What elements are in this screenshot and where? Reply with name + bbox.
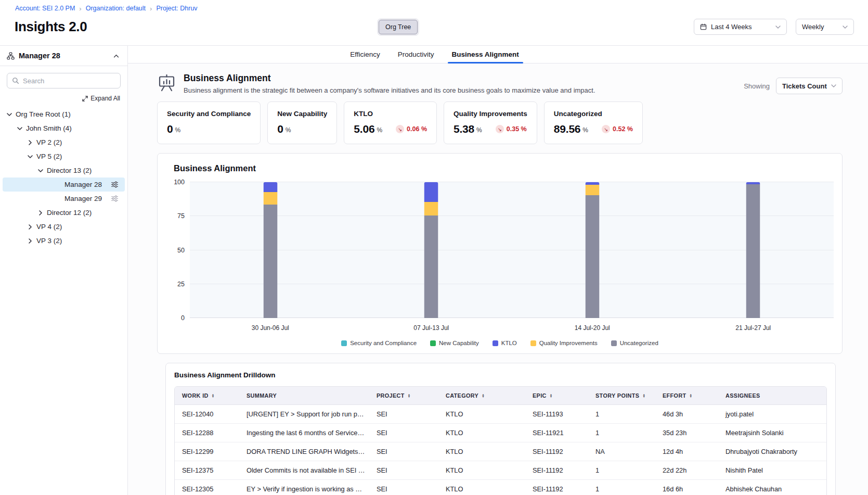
column-header-effort[interactable]: EFFORT▲▼	[655, 387, 718, 405]
org-tree-sidebar: Manager 28 Expand All Org Tree Root (1)J…	[0, 46, 128, 495]
chevron-down-icon[interactable]	[17, 126, 22, 131]
chevron-right-icon[interactable]	[28, 238, 33, 244]
expand-all-button[interactable]: Expand All	[0, 95, 120, 102]
sort-icon[interactable]: ▲▼	[212, 394, 215, 398]
column-label: ASSIGNEES	[726, 392, 760, 399]
legend-item-ktlo[interactable]: KTLO	[493, 340, 517, 346]
cell-epic: SEI-11192	[525, 480, 588, 495]
legend-item-quality-improvements[interactable]: Quality Improvements	[530, 340, 598, 346]
bar-segment-quality-improvements[interactable]	[585, 185, 599, 195]
table-row: SEI-12299DORA TREND LINE GRAPH Widgets i…	[175, 442, 826, 461]
tree-item-manager-28[interactable]: Manager 28	[3, 177, 125, 192]
bar-slot	[673, 182, 834, 318]
cell-epic: SEI-11193	[525, 405, 588, 424]
cell-effort: 16d 6h	[655, 480, 718, 495]
delta-value: 0.35 %	[507, 125, 527, 133]
stat-card-unit: %	[582, 126, 588, 134]
table-row: SEI-12288Ingesting the last 6 months of …	[175, 424, 826, 442]
bar-30-jun-06-jul[interactable]	[263, 182, 277, 318]
column-header-inner: STORY POINTS▲▼	[595, 392, 651, 399]
date-range-value: Last 4 Weeks	[711, 23, 771, 31]
stat-card-value: 89.56	[554, 123, 581, 135]
bar-21-jul-27-jul[interactable]	[746, 182, 760, 318]
chart-x-axis: 30 Jun-06 Jul07 Jul-13 Jul14 Jul-20 Jul2…	[190, 324, 834, 332]
sort-desc-arrow: ▼	[550, 396, 553, 398]
column-header-epic[interactable]: EPIC▲▼	[525, 387, 588, 405]
tree-item-director-12-2[interactable]: Director 12 (2)	[3, 206, 125, 220]
date-range-select[interactable]: Last 4 Weeks	[694, 19, 787, 35]
breadcrumb-item-account[interactable]: Account: SEI 2.0 PM	[15, 5, 75, 12]
chevron-down-icon[interactable]	[28, 154, 33, 159]
chevron-down-icon[interactable]	[7, 112, 12, 117]
bar-segment-uncategorized[interactable]	[746, 184, 760, 318]
tree-item-vp-2-2[interactable]: VP 2 (2)	[3, 135, 125, 149]
tree-item-director-13-2[interactable]: Director 13 (2)	[3, 163, 125, 177]
granularity-select[interactable]: Weekly	[796, 19, 854, 35]
tree-item-label: VP 3 (2)	[36, 237, 62, 245]
column-label: EPIC	[533, 392, 547, 399]
sort-icon[interactable]: ▲▼	[642, 394, 645, 398]
sidebar-collapse-button[interactable]	[112, 53, 120, 59]
cell-effort: 46d 3h	[655, 405, 718, 424]
filter-sliders-icon[interactable]	[111, 181, 119, 188]
stat-card-title: Uncategorized	[554, 110, 633, 118]
search-input[interactable]	[23, 77, 115, 85]
column-header-project[interactable]: PROJECT▲▼	[369, 387, 438, 405]
tree-item-vp-5-2[interactable]: VP 5 (2)	[3, 149, 125, 163]
chevron-down-icon[interactable]	[38, 168, 43, 173]
sort-desc-arrow: ▼	[408, 396, 411, 398]
column-header-story-points[interactable]: STORY POINTS▲▼	[588, 387, 655, 405]
bar-segment-quality-improvements[interactable]	[424, 202, 438, 215]
showing-select[interactable]: Tickets Count	[776, 78, 843, 94]
tab-productivity[interactable]: Productivity	[398, 46, 434, 63]
filter-sliders-icon[interactable]	[111, 195, 119, 202]
cell-category: KTLO	[438, 461, 525, 480]
bar-14-jul-20-jul[interactable]	[585, 182, 599, 318]
chevron-right-icon[interactable]	[28, 140, 33, 145]
column-header-category[interactable]: CATEGORY▲▼	[438, 387, 525, 405]
x-tick-label: 14 Jul-20 Jul	[512, 324, 673, 332]
cell-work-id: SEI-12305	[175, 480, 239, 495]
cell-epic: SEI-11921	[525, 424, 588, 442]
bar-segment-quality-improvements[interactable]	[263, 192, 277, 205]
sort-icon[interactable]: ▲▼	[690, 394, 693, 398]
table-header-row: WORK ID▲▼SUMMARYPROJECT▲▼CATEGORY▲▼EPIC▲…	[175, 387, 826, 405]
tab-efficiency[interactable]: Efficiency	[350, 46, 380, 63]
tree-item-john-smith-4[interactable]: John Smith (4)	[3, 121, 125, 135]
bar-07-jul-13-jul[interactable]	[424, 182, 438, 318]
sort-icon[interactable]: ▲▼	[408, 394, 411, 398]
bar-segment-uncategorized[interactable]	[585, 195, 599, 318]
tree-item-label: VP 2 (2)	[36, 138, 62, 146]
legend-item-uncategorized[interactable]: Uncategorized	[611, 340, 658, 346]
tab-business-alignment[interactable]: Business Alignment	[452, 46, 519, 63]
stat-card-value-row: 0%	[167, 123, 251, 135]
bar-segment-ktlo[interactable]	[263, 182, 277, 192]
tree-item-vp-4-2[interactable]: VP 4 (2)	[3, 220, 125, 234]
breadcrumb-item-project[interactable]: Project: Dhruv	[156, 5, 197, 12]
column-header-work-id[interactable]: WORK ID▲▼	[175, 387, 239, 405]
breadcrumb-item-organization[interactable]: Organization: default	[86, 5, 146, 12]
tree-item-org-tree-root-1[interactable]: Org Tree Root (1)	[3, 107, 125, 121]
sort-icon[interactable]: ▲▼	[482, 394, 485, 398]
chevron-right-icon[interactable]	[28, 224, 33, 230]
bar-segment-uncategorized[interactable]	[263, 205, 277, 318]
legend-item-new-capability[interactable]: New Capability	[430, 340, 479, 346]
stat-card-unit: %	[377, 126, 382, 134]
stat-card-ktlo: KTLO5.06%↘0.06 %	[344, 101, 437, 144]
tree-item-vp-3-2[interactable]: VP 3 (2)	[3, 234, 125, 248]
column-header-inner: ASSIGNEES	[726, 392, 822, 399]
bar-segment-uncategorized[interactable]	[424, 215, 438, 318]
chevron-down-icon	[775, 26, 781, 29]
sort-desc-arrow: ▼	[482, 396, 485, 398]
legend-swatch	[430, 340, 436, 346]
sort-icon[interactable]: ▲▼	[550, 394, 553, 398]
cell-project: SEI	[369, 424, 438, 442]
legend-item-security-and-compliance[interactable]: Security and Compliance	[341, 340, 417, 346]
org-tree-button[interactable]: Org Tree	[379, 20, 418, 34]
org-tree: Org Tree Root (1)John Smith (4)VP 2 (2)V…	[0, 106, 127, 249]
tree-item-manager-29[interactable]: Manager 29	[3, 192, 125, 206]
chevron-right-icon[interactable]	[38, 210, 43, 215]
x-tick-label: 07 Jul-13 Jul	[351, 324, 512, 332]
bar-segment-ktlo[interactable]	[424, 182, 438, 202]
showing-value: Tickets Count	[782, 82, 827, 90]
